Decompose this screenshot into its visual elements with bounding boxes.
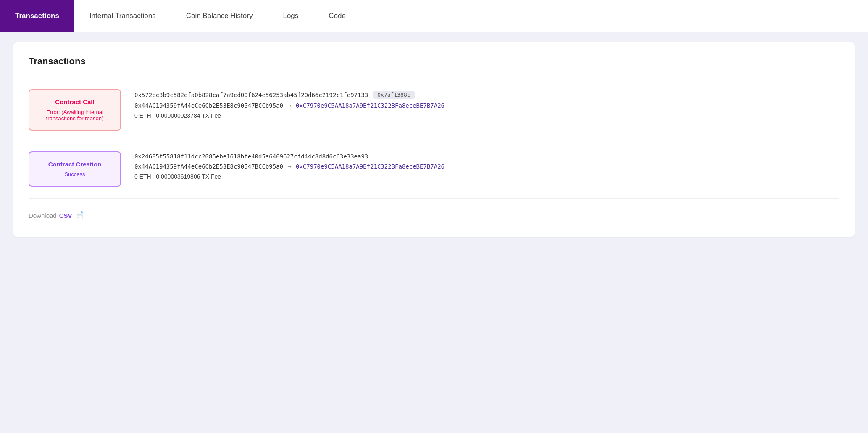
tab-code[interactable]: Code: [313, 0, 361, 32]
eth-amount: 0 ETH: [134, 173, 151, 180]
tx-to[interactable]: 0xC7970e9C5AA18a7A9Bf21C322BFa8eceBE7B7A…: [296, 102, 445, 109]
tx-hash[interactable]: 0x24685f55818f11dcc2085ebe1618bfe40d5a64…: [134, 153, 368, 160]
tab-transactions[interactable]: Transactions: [0, 0, 74, 32]
download-csv-button[interactable]: CSV: [59, 212, 72, 219]
tx-hash[interactable]: 0x572ec3b9c582efa0b828caf7a9cd00f624e562…: [134, 92, 368, 98]
tab-bar: Transactions Internal Transactions Coin …: [0, 0, 868, 32]
tx-from: 0x44AC194359fA44eCe6Cb2E53E8c90547BCCb95…: [134, 102, 283, 109]
arrow-icon: →: [287, 102, 292, 109]
tab-internal-transactions[interactable]: Internal Transactions: [74, 0, 171, 32]
page-title: Transactions: [29, 56, 839, 67]
tx-hash-line: 0x24685f55818f11dcc2085ebe1618bfe40d5a64…: [134, 153, 839, 160]
download-row: Download CSV 📄: [29, 198, 839, 220]
fee-value: 0.000003619806 TX Fee: [156, 173, 221, 180]
status-title: Contract Call: [36, 98, 113, 106]
tx-addresses: 0x44AC194359fA44eCe6Cb2E53E8c90547BCCb95…: [134, 102, 839, 109]
tx-fee: 0 ETH 0.000003619806 TX Fee: [134, 173, 839, 180]
tx-hash-line: 0x572ec3b9c582efa0b828caf7a9cd00f624e562…: [134, 91, 839, 99]
tx-badge: 0x7af1388c: [373, 91, 414, 99]
tx-to[interactable]: 0xC7970e9C5AA18a7A9Bf21C322BFa8eceBE7B7A…: [296, 163, 445, 170]
csv-file-icon[interactable]: 📄: [75, 211, 84, 220]
status-sub: Error: (Awaiting internal transactions f…: [36, 109, 113, 121]
status-title: Contract Creation: [36, 161, 113, 168]
main-content: Transactions Contract Call Error: (Await…: [13, 42, 855, 237]
tx-addresses: 0x44AC194359fA44eCe6Cb2E53E8c90547BCCb95…: [134, 163, 839, 170]
fee-value: 0.000000023784 TX Fee: [156, 112, 221, 119]
tab-coin-balance-history[interactable]: Coin Balance History: [171, 0, 268, 32]
tab-logs[interactable]: Logs: [268, 0, 313, 32]
tx-from: 0x44AC194359fA44eCe6Cb2E53E8c90547BCCb95…: [134, 163, 283, 170]
tx-fee: 0 ETH 0.000000023784 TX Fee: [134, 112, 839, 119]
status-sub: Success: [36, 171, 113, 177]
tx-details: 0x572ec3b9c582efa0b828caf7a9cd00f624e562…: [134, 89, 839, 119]
status-box-success: Contract Creation Success: [29, 151, 121, 187]
download-label: Download: [29, 212, 57, 219]
status-box-error: Contract Call Error: (Awaiting internal …: [29, 89, 121, 131]
eth-amount: 0 ETH: [134, 112, 151, 119]
table-row: Contract Call Error: (Awaiting internal …: [29, 79, 839, 141]
table-row: Contract Creation Success 0x24685f55818f…: [29, 141, 839, 197]
arrow-icon: →: [287, 163, 292, 170]
tx-details: 0x24685f55818f11dcc2085ebe1618bfe40d5a64…: [134, 151, 839, 180]
